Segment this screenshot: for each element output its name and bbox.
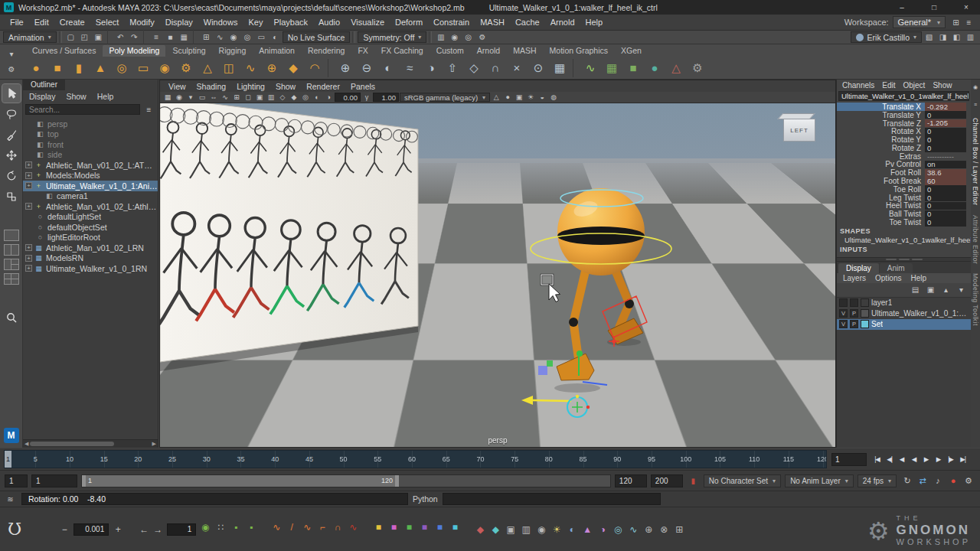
new-empty-layer-icon[interactable]: ▤ <box>909 284 922 296</box>
outliner-horizontal-scrollbar[interactable]: ◀ ▶ <box>23 439 158 448</box>
expand-toggle-icon[interactable]: + <box>25 265 32 272</box>
menu-audio[interactable]: Audio <box>313 16 345 28</box>
shaded-mode-icon[interactable]: ● <box>502 93 513 103</box>
channel-value[interactable]: 0 <box>925 218 966 227</box>
pivot-tool-icon[interactable]: ⊕ <box>642 523 655 536</box>
undo-icon[interactable]: ↶ <box>114 31 127 44</box>
channel-name[interactable]: Translate X <box>837 103 925 111</box>
shelf-tab-animation[interactable]: Animation <box>253 45 301 57</box>
outliner-item[interactable]: ◧front <box>23 139 158 150</box>
menu-create[interactable]: Create <box>54 16 90 28</box>
select-by-component-type-icon[interactable]: ▦ <box>178 31 191 44</box>
bevel-icon[interactable]: ◇ <box>464 58 484 78</box>
toggle-tool-settings-icon[interactable]: ◧ <box>950 31 963 44</box>
channel-value[interactable]: 60 <box>925 177 966 185</box>
linear-tangent-icon[interactable]: / <box>285 520 299 534</box>
panel-tab-attribute-editor[interactable]: Attribute Editor <box>972 215 979 264</box>
sculpt-tool-icon[interactable]: ◠ <box>305 58 325 78</box>
step-back-one-key-icon[interactable]: ◀| <box>884 453 895 466</box>
menu-key[interactable]: Key <box>243 16 268 28</box>
channel-row[interactable]: Rotate Z0 <box>837 144 971 152</box>
menu-arnold[interactable]: Arnold <box>545 16 580 28</box>
playback-end-field[interactable]: 120 <box>615 474 647 487</box>
mirror-pose-icon[interactable]: ◑ <box>596 523 609 536</box>
fps-selector[interactable]: 24 fps▾ <box>858 474 897 487</box>
lock-camera-icon[interactable]: ◉ <box>174 93 185 103</box>
gamma-icon[interactable]: γ <box>361 93 372 103</box>
channel-name[interactable]: Pv Control <box>837 160 925 168</box>
channel-value[interactable]: 0 <box>925 111 966 119</box>
gamma-field[interactable]: 1.00 <box>373 93 399 102</box>
resolution-gate-icon[interactable]: ▣ <box>254 93 265 103</box>
expand-toggle-icon[interactable]: + <box>25 172 32 179</box>
outliner-item[interactable]: ++Ultimate_Walker_v1_0_1:AniM_walke... <box>23 181 158 191</box>
prev-key-icon[interactable]: ← <box>137 523 151 536</box>
channel-box-menu-show[interactable]: Show <box>929 80 956 90</box>
mash-network-icon[interactable]: ▦ <box>602 58 622 78</box>
select-tool-button[interactable] <box>2 84 21 103</box>
layer-editor-menu-help[interactable]: Help <box>906 273 931 283</box>
create-curve-icon[interactable]: ∿ <box>580 58 600 78</box>
menu-deform[interactable]: Deform <box>390 16 428 28</box>
range-slider-track[interactable]: 1 120 <box>81 474 611 487</box>
ipr-render-icon[interactable]: ◎ <box>462 31 475 44</box>
shelf-tab-rigging[interactable]: Rigging <box>213 45 253 57</box>
rotate-tool-button[interactable] <box>2 167 21 185</box>
channel-name[interactable]: Rotate Z <box>837 144 925 152</box>
constraint-tool-icon[interactable]: ⊗ <box>657 523 671 536</box>
shelf-tab-fx-caching[interactable]: FX Caching <box>375 45 430 57</box>
channel-name[interactable]: Rotate X <box>837 127 925 135</box>
menu-visualize[interactable]: Visualize <box>345 16 390 28</box>
user-account-menu[interactable]: Erik Castillo▾ <box>851 31 922 43</box>
outliner-item[interactable]: ++Athletic_Man_v01_02_L:ATHLETIC_MA... <box>23 160 158 171</box>
channel-name[interactable]: Foot Break <box>837 177 925 185</box>
outliner-item[interactable]: ○defaultLightSet <box>23 212 158 223</box>
menu-select[interactable]: Select <box>90 16 125 28</box>
shelf-tab-custom[interactable]: Custom <box>430 45 470 57</box>
shadows-toggle-icon[interactable]: ◒ <box>537 93 547 103</box>
outliner-item[interactable]: ○lightEditorRoot <box>23 233 158 243</box>
channel-value[interactable]: on <box>925 161 966 169</box>
key-dot-a-icon[interactable]: ▪ <box>229 520 243 534</box>
channel-value[interactable]: 0 <box>925 128 966 136</box>
channel-value[interactable]: 0 <box>925 210 966 219</box>
poly-pyramid-icon[interactable]: △ <box>198 58 217 78</box>
layer-visibility-toggle[interactable]: V <box>839 320 848 328</box>
layer-color-swatch[interactable] <box>861 298 869 307</box>
motion-trail-icon[interactable]: ∿ <box>626 523 640 536</box>
scrollbar-thumb[interactable] <box>30 442 114 446</box>
viewport-menu-show[interactable]: Show <box>270 82 301 91</box>
expand-toggle-icon[interactable]: + <box>25 203 32 210</box>
time-slider-track[interactable]: 5101520253035404550556065707580859095100… <box>4 450 827 468</box>
poly-cube-icon[interactable]: ■ <box>47 58 67 78</box>
boolean-union-icon[interactable]: ◐ <box>378 58 398 78</box>
menu-constrain[interactable]: Constrain <box>428 16 475 28</box>
outliner-menu-display[interactable]: Display <box>24 91 60 102</box>
expand-toggle-icon[interactable]: + <box>25 255 32 262</box>
step-back-one-frame-icon[interactable]: ◀ <box>896 453 907 466</box>
manipulator-green-handle[interactable] <box>547 360 553 367</box>
multi-cut-icon[interactable]: × <box>507 58 527 78</box>
target-weld-icon[interactable]: ⊙ <box>528 58 548 78</box>
channel-row[interactable]: Translate X-0.292 <box>837 103 971 111</box>
step-forward-one-key-icon[interactable]: |▶ <box>945 453 956 466</box>
symmetry-selector[interactable]: Symmetry: Off▾ <box>358 31 426 43</box>
open-scene-icon[interactable]: ◰ <box>78 31 91 44</box>
textured-mode-icon[interactable]: ▣ <box>514 93 524 103</box>
grease-pencil-icon[interactable]: ∿ <box>220 93 230 103</box>
poly-helix-icon[interactable]: ∿ <box>240 58 260 78</box>
layer-editor-menu-options[interactable]: Options <box>871 273 906 283</box>
bridge-icon[interactable]: ∩ <box>485 58 505 78</box>
ambient-occlusion-icon[interactable]: ◍ <box>548 93 559 103</box>
clamped-tangent-icon[interactable]: ∿ <box>300 520 314 534</box>
grid-snap-icon[interactable]: ∷ <box>214 520 227 534</box>
poly-sphere-icon[interactable]: ● <box>26 58 46 78</box>
workspace-menu-icon[interactable]: ≡ <box>962 16 975 28</box>
animation-start-field[interactable]: 1 <box>5 474 28 487</box>
channel-name[interactable]: Toe Roll <box>837 185 925 194</box>
viewport-canvas[interactable]: LEFT persp <box>160 103 835 447</box>
channel-value[interactable]: ----------- <box>925 152 966 161</box>
command-language-label[interactable]: Python <box>413 494 438 504</box>
outliner-item[interactable]: ++Athletic_Man_v01_02_L:AthleticMan_A... <box>23 201 158 212</box>
current-frame-indicator[interactable]: 1 <box>5 451 11 468</box>
